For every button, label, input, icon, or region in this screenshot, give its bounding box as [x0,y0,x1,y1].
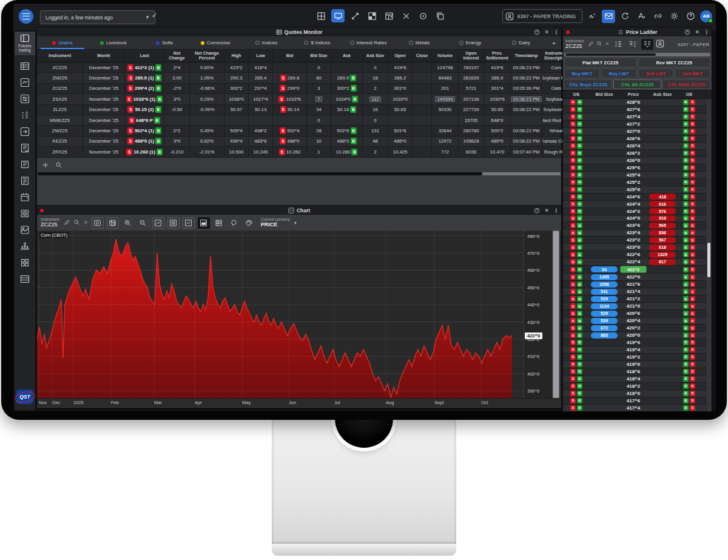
sell-badge[interactable]: S [570,303,576,309]
oe-right-cell[interactable]: BS [677,369,701,374]
column-header-open[interactable]: Open [388,50,413,62]
buy-badge[interactable]: B [683,282,689,287]
sell-badge[interactable]: S [570,383,576,389]
ladder-row[interactable]: SB541421^4BS [563,288,712,295]
buy-badge[interactable]: B [683,274,689,280]
buy-badge[interactable]: B [683,180,689,185]
sell-badge[interactable]: S [690,303,695,309]
buy-badge[interactable]: B [577,201,582,207]
cell-prev[interactable]: 500*2 [484,126,511,135]
sidebar-hierarchy-icon[interactable] [17,239,33,254]
price-cell[interactable]: 417^4 [619,405,648,411]
oe-left-cell[interactable]: SB [563,376,590,382]
sidebar-watchlist-icon[interactable] [17,92,33,106]
buy-badge[interactable]: B [155,106,161,113]
cell-bid[interactable] [273,115,307,125]
sell-badge[interactable]: S [570,230,576,235]
buy-badge[interactable]: B [577,296,582,302]
ask-size-cell[interactable]: 836 [648,230,677,236]
cell-last[interactable]: S1033*6 (1)B [125,94,164,104]
price-cell[interactable]: 418^0 [619,391,648,396]
buy-badge[interactable]: B [683,398,689,403]
price-cell[interactable]: 428^0 [619,100,648,105]
tab-energy[interactable]: Energy [445,36,496,49]
cell-netpct[interactable]: -0.66% [190,84,224,93]
ladder-mode-2-button[interactable] [627,39,639,50]
cell-ask[interactable]: 289.9B [331,73,363,83]
oe-right-cell[interactable]: BS [677,311,701,316]
cell-prev[interactable]: 648*0 [484,115,511,125]
ask-size-chip[interactable]: 616 [649,201,676,207]
oe-right-cell[interactable]: BS [677,282,701,287]
buy-badge[interactable]: B [577,311,582,316]
cell-last[interactable]: S10.260 (1)B [125,147,164,157]
sell-badge[interactable]: S [690,194,695,200]
check-icon[interactable]: ✓ [152,12,157,19]
zoom-in-icon[interactable] [122,217,134,229]
buy-badge[interactable]: B [155,138,161,144]
sell-badge[interactable]: S [570,150,576,156]
cell-last[interactable]: S289.9 (1)B [125,73,164,83]
cell-close[interactable] [413,62,432,72]
help-icon[interactable] [534,207,540,214]
sidebar-item-futures-trading[interactable]: Futures trading [15,32,35,55]
close-icon[interactable] [399,9,413,22]
currency-selector[interactable]: Current currency PRICE ▼ [261,217,297,228]
cell-volume[interactable]: 124796 [432,62,459,72]
cell-volume[interactable]: 84483 [432,73,459,83]
oe-left-cell[interactable]: SB [563,332,590,338]
ladder-row[interactable]: SB424^4616BS [563,201,712,208]
sell-badge[interactable]: S [690,150,695,156]
oe-left-cell[interactable]: SB [563,303,590,309]
buy-badge[interactable]: B [683,121,689,127]
cell-low[interactable]: 285.4 [249,73,273,83]
buy-badge[interactable]: B [683,362,689,367]
price-cell[interactable]: 425^0 [619,187,648,192]
buy-badge[interactable]: B [683,172,689,178]
price-cell[interactable]: 425^2 [619,180,648,185]
bid-size-cell[interactable]: 672 [590,325,619,331]
sell-badge[interactable]: S [690,100,695,105]
account-icon[interactable] [656,39,664,49]
sell-badge[interactable]: S [280,85,286,92]
edit-instrument-icon[interactable] [64,219,70,227]
cell-oi[interactable]: 195628 [459,137,484,146]
ask-size-cell[interactable]: 618 [648,245,677,251]
oe-left-cell[interactable]: SB [563,340,590,345]
sell-badge[interactable]: S [690,158,695,163]
price-cell[interactable]: 418^6 [619,369,648,374]
flat-mkt-button[interactable]: Flat MKT ZCZ25 [564,58,637,67]
ask-size-cell[interactable]: 1329 [648,252,677,258]
cell-net[interactable]: -2*0 [164,84,190,93]
cell-ask[interactable]: 502*6B [331,126,363,135]
cell-instrument[interactable]: ZRX25 [37,147,83,157]
column-header-net[interactable]: Net Change [164,50,190,62]
signature-icon[interactable] [585,10,599,23]
price-cell[interactable]: 425^6 [619,165,648,170]
cell-low[interactable]: 498*2 [249,126,273,135]
sell-badge[interactable]: S [570,391,576,396]
best-price-chip[interactable]: 422^2 [620,266,647,273]
ladder-row[interactable]: SB425^0BS [563,186,712,194]
sell-badge[interactable]: S [570,215,576,221]
sell-badge[interactable]: S [690,259,695,265]
cell-oi[interactable]: 227739 [459,105,484,115]
price-cell[interactable]: 421^4 [619,289,648,294]
sell-badge[interactable]: S [127,85,133,92]
bid-size-cell[interactable]: 541 [590,289,619,295]
buy-badge[interactable]: B [683,201,689,207]
buy-badge[interactable]: B [577,274,582,280]
cell-volume[interactable]: 32644 [432,126,459,135]
ask-size-chip[interactable]: 919 [649,215,676,221]
price-cell[interactable]: 421^0 [619,303,648,309]
buy-badge[interactable]: B [577,282,582,287]
bid-size-chip[interactable]: 541 [591,289,618,295]
oe-right-cell[interactable]: BS [677,194,701,200]
add-table-icon[interactable] [382,9,396,22]
oe-right-cell[interactable]: BS [677,158,701,163]
cell-net[interactable]: 3*0 [164,94,190,104]
ladder-row[interactable]: SB422^61329BS [563,251,712,258]
cell-asksize[interactable]: 112 [363,94,388,104]
sell-badge[interactable]: S [570,369,576,374]
sell-badge[interactable]: S [690,318,695,323]
